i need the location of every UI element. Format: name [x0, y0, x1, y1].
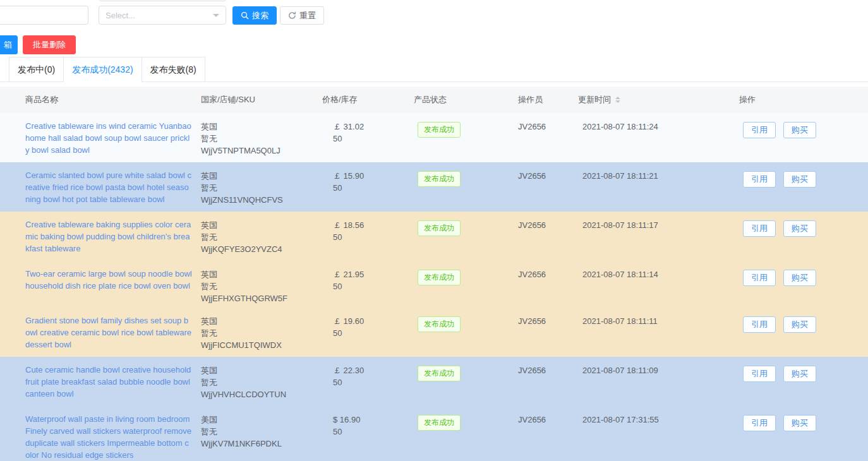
sku-label: WjjEFHXGTHQGRW5F [201, 292, 322, 304]
quote-button[interactable]: 引用 [743, 122, 776, 138]
batch-delete-button[interactable]: 批量删除 [23, 35, 76, 54]
operator-value: JV2656 [518, 308, 578, 357]
operator-value: JV2656 [518, 113, 578, 162]
updated-time-value: 2021-08-07 17:31:55 [578, 406, 739, 461]
cutoff-input-above [99, 0, 226, 1]
buy-button[interactable]: 购买 [783, 316, 816, 333]
product-name-link[interactable]: Creative tableware baking supplies color… [25, 219, 192, 254]
store-label: 暂无 [201, 280, 322, 292]
sku-label: WjjKQFYE3O2YVZC4 [201, 243, 322, 255]
operator-value: JV2656 [518, 357, 578, 406]
sku-label: WjjZNS11VNQHCFVS [201, 194, 322, 206]
store-label: 暂无 [201, 133, 322, 145]
status-tabs: 发布中(0) 发布成功(2432) 发布失败(8) [9, 57, 205, 82]
status-badge: 发布成功 [418, 415, 461, 431]
stock-value: 50 [333, 182, 414, 194]
chevron-down-icon [213, 14, 219, 17]
col-actions: 操作 [739, 94, 868, 105]
country-label: 英国 [201, 170, 322, 182]
table-row: Gradient stone bowl family dishes set so… [0, 308, 868, 357]
updated-time-value: 2021-08-07 18:11:21 [578, 162, 739, 212]
price-value: ￡ 22.30 [333, 364, 414, 376]
product-name-link[interactable]: Creative tableware ins wind ceramic Yuan… [25, 120, 192, 156]
table-row: Cute ceramic handle bowl creative househ… [0, 357, 868, 406]
status-badge: 发布成功 [418, 366, 461, 381]
updated-time-value: 2021-08-07 18:11:24 [578, 113, 739, 162]
col-product-status: 产品状态 [414, 94, 518, 105]
operator-value: JV2656 [518, 162, 578, 212]
status-badge: 发布成功 [418, 220, 461, 236]
status-badge: 发布成功 [418, 122, 461, 138]
sku-label: WjjFICCMU1TQIWDX [201, 339, 322, 351]
stock-value: 50 [333, 280, 414, 292]
price-value: ￡ 19.60 [333, 315, 414, 327]
country-label: 英国 [201, 364, 322, 376]
buy-button[interactable]: 购买 [783, 415, 816, 431]
quote-button[interactable]: 引用 [743, 171, 776, 188]
quote-button[interactable]: 引用 [743, 366, 776, 382]
stock-value: 50 [333, 426, 414, 438]
col-price-stock: 价格/库存 [322, 94, 414, 105]
sort-control[interactable] [615, 97, 620, 103]
store-select[interactable]: Select... [99, 6, 226, 25]
buy-button[interactable]: 购买 [783, 122, 816, 138]
quote-button[interactable]: 引用 [743, 415, 776, 431]
quote-button[interactable]: 引用 [743, 270, 776, 286]
buy-button[interactable]: 购买 [783, 220, 816, 237]
product-name-link[interactable]: Two-ear ceramic large bowl soup noodle b… [25, 268, 192, 292]
search-button[interactable]: 搜索 [232, 6, 277, 25]
cutoff-blue-button[interactable]: 箱 [0, 35, 18, 54]
reset-button-label: 重置 [299, 10, 316, 21]
col-operator: 操作员 [518, 94, 578, 105]
sort-asc-icon[interactable] [615, 97, 620, 99]
buy-button[interactable]: 购买 [783, 171, 816, 188]
keyword-input[interactable] [0, 6, 88, 25]
buy-button[interactable]: 购买 [783, 270, 816, 286]
tab-publish-failed[interactable]: 发布失败(8) [142, 57, 205, 82]
quote-button[interactable]: 引用 [743, 220, 776, 237]
col-updated-time-label: 更新时间 [578, 94, 611, 105]
products-table: 商品名称 国家/店铺/SKU 价格/库存 产品状态 操作员 更新时间 操作 Cr… [0, 87, 868, 461]
store-label: 暂无 [201, 426, 322, 438]
sku-label: WjjVHVHCLCDOYTUN [201, 388, 322, 400]
sku-label: WjjV5TNPTMA5Q0LJ [201, 145, 322, 157]
table-row: Creative tableware baking supplies color… [0, 212, 868, 261]
status-badge: 发布成功 [418, 316, 461, 332]
updated-time-value: 2021-08-07 18:11:14 [578, 261, 739, 308]
tab-publishing[interactable]: 发布中(0) [9, 57, 64, 82]
quote-button[interactable]: 引用 [743, 316, 776, 333]
tab-publish-success[interactable]: 发布成功(2432) [63, 57, 142, 82]
updated-time-value: 2021-08-07 18:11:09 [578, 357, 739, 406]
buy-button[interactable]: 购买 [783, 366, 816, 382]
select-placeholder: Select... [105, 11, 213, 20]
store-label: 暂无 [201, 182, 322, 194]
operator-value: JV2656 [518, 261, 578, 308]
product-name-link[interactable]: Ceramic slanted bowl pure white salad bo… [25, 169, 192, 205]
reset-icon [288, 11, 296, 20]
country-label: 美国 [201, 414, 322, 426]
store-label: 暂无 [201, 376, 322, 388]
search-button-label: 搜索 [252, 10, 268, 21]
stock-value: 50 [333, 231, 414, 243]
col-country-store-sku: 国家/店铺/SKU [201, 94, 322, 105]
product-name-link[interactable]: Cute ceramic handle bowl creative househ… [25, 364, 192, 400]
sort-desc-icon[interactable] [615, 100, 620, 103]
product-name-link[interactable]: Waterproof wall paste in living room bed… [25, 413, 192, 461]
batch-delete-label: 批量删除 [33, 39, 66, 51]
stock-value: 50 [333, 376, 414, 388]
store-label: 暂无 [201, 327, 322, 339]
price-value: ￡ 18.56 [333, 219, 414, 231]
updated-time-value: 2021-08-07 18:11:17 [578, 212, 739, 261]
table-row: Two-ear ceramic large bowl soup noodle b… [0, 261, 868, 308]
country-label: 英国 [201, 219, 322, 231]
status-badge: 发布成功 [418, 171, 461, 187]
table-header: 商品名称 国家/店铺/SKU 价格/库存 产品状态 操作员 更新时间 操作 [0, 87, 868, 113]
price-value: ￡ 15.90 [333, 170, 414, 182]
reset-button[interactable]: 重置 [280, 6, 324, 25]
price-value: $ 16.90 [333, 414, 414, 426]
product-name-link[interactable]: Gradient stone bowl family dishes set so… [25, 314, 192, 350]
search-icon [241, 11, 249, 20]
sku-label: WjjKV7M1NKF6PDKL [201, 438, 322, 450]
updated-time-value: 2021-08-07 18:11:11 [578, 308, 739, 357]
operator-value: JV2656 [518, 406, 578, 461]
